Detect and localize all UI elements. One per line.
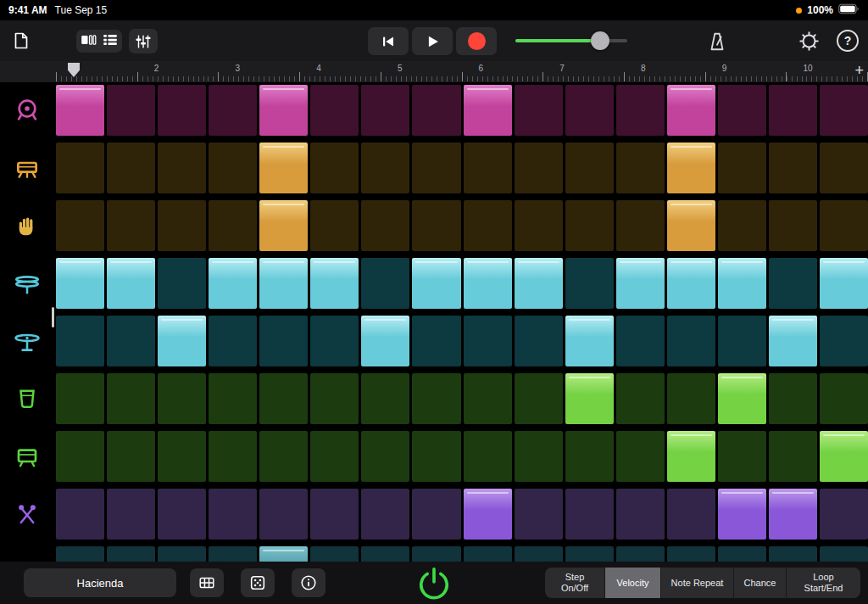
pattern-name-button[interactable]: Hacienda [24,568,176,597]
step-clap-14[interactable] [718,200,766,251]
step-conga-9[interactable] [464,373,512,424]
step-conga-14[interactable] [718,373,766,424]
list-view-icon[interactable] [101,31,120,53]
step-cymbal-5[interactable] [259,316,308,366]
step-clap-8[interactable] [412,200,460,251]
conga-icon[interactable] [0,373,53,424]
step-clap-15[interactable] [769,200,817,251]
step-sticks-16[interactable] [820,489,868,540]
step-hi-hat-12[interactable] [616,258,665,309]
snare-drum-icon[interactable] [0,143,53,193]
step-snare-4[interactable] [209,143,257,193]
step-hi-hat-10[interactable] [515,258,563,309]
step-cymbal-1[interactable] [56,316,104,366]
step-partial-15[interactable] [769,546,817,562]
mode-button-chance[interactable]: Chance [733,568,786,598]
step-kick-9[interactable] [464,85,512,136]
step-conga-11[interactable] [565,373,614,424]
step-snare-5[interactable] [259,143,308,193]
play-button[interactable] [412,27,453,55]
step-cymbal-9[interactable] [464,316,512,366]
step-sticks-9[interactable] [464,489,512,540]
step-hi-hat-7[interactable] [361,258,409,309]
step-hi-hat-13[interactable] [667,258,715,309]
step-kick-3[interactable] [158,85,206,136]
step-cymbal-4[interactable] [209,316,257,366]
step-cymbal-8[interactable] [412,316,460,366]
step-kick-6[interactable] [310,85,359,136]
step-tom-16[interactable] [820,431,868,482]
step-kick-11[interactable] [565,85,614,136]
record-button[interactable] [456,27,497,55]
metronome-icon[interactable] [705,30,729,53]
step-tom-7[interactable] [361,431,409,482]
step-sticks-1[interactable] [56,489,104,540]
step-sticks-3[interactable] [158,489,206,540]
info-button[interactable] [292,568,326,597]
step-conga-2[interactable] [107,373,155,424]
step-conga-5[interactable] [259,373,308,424]
step-partial-6[interactable] [310,546,359,562]
step-snare-8[interactable] [412,143,460,193]
step-kick-8[interactable] [412,85,460,136]
step-hi-hat-3[interactable] [158,258,206,309]
cymbal-icon[interactable] [0,316,53,366]
step-hi-hat-14[interactable] [718,258,766,309]
rewind-button[interactable] [368,27,409,55]
step-cymbal-7[interactable] [361,316,409,366]
step-partial-7[interactable] [361,546,409,562]
step-conga-4[interactable] [209,373,257,424]
tom-drum-icon[interactable] [0,431,53,482]
step-hi-hat-6[interactable] [310,258,359,309]
document-icon[interactable] [10,29,32,53]
step-cymbal-10[interactable] [515,316,563,366]
mode-button-loop-start-end[interactable]: Loop Start/End [786,568,860,598]
step-snare-16[interactable] [820,143,868,193]
pattern-grid-button[interactable] [190,568,224,597]
step-snare-1[interactable] [56,143,104,193]
step-partial-5[interactable] [259,546,308,562]
step-clap-7[interactable] [361,200,409,251]
step-partial-11[interactable] [565,546,614,562]
step-tom-8[interactable] [412,431,460,482]
step-partial-16[interactable] [820,546,868,562]
kick-drum-icon[interactable] [0,85,53,136]
step-tom-15[interactable] [769,431,817,482]
add-section-button[interactable]: + [854,62,864,80]
mode-button-note-repeat[interactable]: Note Repeat [660,568,733,598]
step-partial-9[interactable] [464,546,512,562]
step-clap-9[interactable] [464,200,512,251]
step-cymbal-15[interactable] [769,316,817,366]
step-snare-6[interactable] [310,143,359,193]
step-cymbal-13[interactable] [667,316,715,366]
step-tom-4[interactable] [209,431,257,482]
step-tom-6[interactable] [310,431,359,482]
step-sticks-6[interactable] [310,489,359,540]
step-kick-2[interactable] [107,85,155,136]
volume-slider[interactable] [515,20,627,61]
step-hi-hat-9[interactable] [464,258,512,309]
step-sticks-10[interactable] [515,489,563,540]
step-partial-13[interactable] [667,546,715,562]
step-tom-5[interactable] [259,431,308,482]
sticks-icon[interactable] [0,489,53,540]
step-conga-15[interactable] [769,373,817,424]
help-button[interactable]: ? [836,29,860,53]
step-kick-1[interactable] [56,85,104,136]
step-snare-13[interactable] [667,143,715,193]
step-conga-3[interactable] [158,373,206,424]
step-kick-12[interactable] [616,85,665,136]
step-partial-10[interactable] [515,546,563,562]
step-clap-1[interactable] [56,200,104,251]
hi-hat-icon[interactable] [0,258,53,309]
step-partial-3[interactable] [158,546,206,562]
step-tom-9[interactable] [464,431,512,482]
step-clap-5[interactable] [259,200,308,251]
step-conga-12[interactable] [616,373,665,424]
step-cymbal-16[interactable] [820,316,868,366]
step-sticks-4[interactable] [209,489,257,540]
step-conga-10[interactable] [515,373,563,424]
step-sticks-7[interactable] [361,489,409,540]
step-partial-1[interactable] [56,546,104,562]
cells-view-icon[interactable] [79,31,97,53]
